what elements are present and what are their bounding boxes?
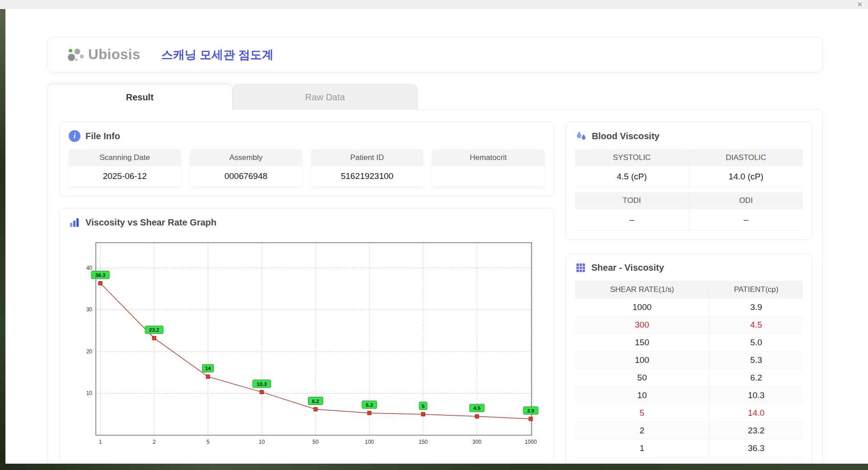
patient-viscosity-cell: 14.0 [709,404,803,422]
shear-table-row: 1010.3 [575,387,803,404]
chart-area: 102030401251050100150300100036.323.21410… [69,235,544,453]
odi-label: ODI [689,192,803,209]
file-info-fields: Scanning Date 2025-06-12 Assembly 000676… [69,149,544,187]
odi-value: – [689,209,803,230]
svg-text:50: 50 [312,439,319,445]
svg-text:5.3: 5.3 [366,402,373,408]
field-value: 2025-06-12 [69,166,181,187]
tab-result[interactable]: Result [47,84,232,110]
patient-viscosity-cell: 23.2 [709,422,803,440]
shear-rate-cell: 1000 [575,299,709,316]
file-info-card: i File Info Scanning Date 2025-06-12 Ass… [59,122,554,196]
svg-text:20: 20 [86,348,93,355]
shear-rate-cell: 5 [575,404,709,422]
info-icon: i [69,130,80,142]
field-scanning-date: Scanning Date 2025-06-12 [69,149,181,187]
patient-viscosity-cell: 10.3 [709,387,803,404]
blood-drop-icon [575,130,587,142]
shear-rate-cell: 300 [575,316,709,334]
svg-text:40: 40 [86,265,93,271]
patient-viscosity-cell: 5.0 [709,334,803,352]
svg-text:1000: 1000 [525,439,537,445]
shear-viscosity-card: Shear - Viscosity SHEAR RATE(1/s) PATIEN… [566,254,812,467]
svg-text:14: 14 [205,366,211,371]
svg-text:3.9: 3.9 [527,408,534,414]
shear-rate-cell: 10 [575,387,709,404]
svg-text:10: 10 [86,390,93,396]
field-patient-id: Patient ID 51621923100 [311,149,423,187]
field-value [432,166,544,186]
blood-viscosity-card: Blood Viscosity SYSTOLIC DIASTOLIC 4.5 (… [566,122,812,240]
column-header-patient: PATIENT(cp) [709,281,803,299]
svg-text:2: 2 [153,439,156,445]
field-value: 51621923100 [311,166,423,187]
svg-text:23.2: 23.2 [149,327,159,333]
logo-text: Ubiosis [88,47,140,63]
svg-text:6.2: 6.2 [312,399,319,404]
shear-table-row: 514.0 [575,404,803,422]
svg-text:1: 1 [99,439,102,445]
svg-text:4.5: 4.5 [473,405,481,411]
bar-chart-icon [69,216,80,228]
svg-text:150: 150 [419,439,428,445]
ubiosis-logo: Ubiosis [66,45,140,65]
patient-viscosity-cell: 3.9 [709,299,803,316]
shear-table-row: 1005.3 [575,352,803,369]
patient-viscosity-cell: 6.2 [709,369,803,387]
shear-table-row: 136.3 [575,440,803,457]
shear-table-row: 506.2 [575,369,803,387]
window-titlebar: ✕ [0,0,868,9]
svg-text:100: 100 [365,439,374,445]
app-header: Ubiosis 스캐닝 모세관 점도계 [47,37,823,72]
left-column: i File Info Scanning Date 2025-06-12 Ass… [59,122,554,467]
page-title: 스캐닝 모세관 점도계 [161,47,273,63]
column-header-shear-rate: SHEAR RATE(1/s) [575,281,709,299]
desktop-edge-left [0,9,5,464]
shear-viscosity-heading: Shear - Viscosity [591,263,664,273]
systolic-value: 4.5 (cP) [575,166,689,188]
tab-raw-data[interactable]: Raw Data [232,84,418,110]
shear-rate-cell: 50 [575,369,709,387]
svg-text:5: 5 [207,439,210,445]
field-label: Assembly [190,149,302,166]
todi-value: – [575,209,689,230]
field-value: 000676948 [190,166,302,187]
field-label: Scanning Date [69,149,181,166]
desktop-edge-bottom [0,464,868,470]
diastolic-label: DIASTOLIC [689,149,803,166]
systolic-label: SYSTOLIC [575,149,689,166]
svg-text:30: 30 [86,306,93,313]
file-info-heading: File Info [85,131,120,141]
shear-table-row: 1505.0 [575,334,803,352]
shear-rate-cell: 150 [575,334,709,352]
graph-heading: Viscosity vs Shear Rate Graph [85,217,217,228]
patient-viscosity-cell: 5.3 [709,352,803,369]
table-grid-icon [575,262,586,273]
todi-label: TODI [575,192,689,209]
svg-text:10: 10 [259,439,265,445]
diastolic-value: 14.0 (cP) [689,166,803,188]
viscosity-shear-chart: 102030401251050100150300100036.323.21410… [74,235,544,451]
field-assembly: Assembly 000676948 [190,149,302,187]
shear-rate-cell: 100 [575,352,709,369]
patient-viscosity-cell: 36.3 [709,440,803,457]
logo-leaf-icon [66,45,85,65]
svg-text:10.3: 10.3 [257,381,267,387]
svg-text:5: 5 [422,404,425,409]
shear-table-row: 10003.9 [575,299,803,316]
viscosity-graph-card: Viscosity vs Shear Rate Graph 1020304012… [59,208,554,463]
shear-rate-cell: 1 [575,440,709,457]
tab-bar: Result Raw Data [47,84,823,110]
shear-table-row: 223.2 [575,422,803,440]
svg-text:300: 300 [472,439,481,445]
close-icon[interactable]: ✕ [857,0,863,9]
blood-viscosity-heading: Blood Viscosity [592,131,660,141]
patient-viscosity-cell: 4.5 [709,316,803,334]
shear-viscosity-table: SHEAR RATE(1/s) PATIENT(cp) 10003.93004.… [575,281,803,457]
app-window: Ubiosis 스캐닝 모세관 점도계 Result Raw Data i Fi… [5,9,868,464]
shear-table-row: 3004.5 [575,316,803,334]
right-column: Blood Viscosity SYSTOLIC DIASTOLIC 4.5 (… [566,122,812,467]
field-label: Patient ID [311,149,423,166]
field-label: Hematocrit [432,149,544,166]
blood-viscosity-grid: SYSTOLIC DIASTOLIC 4.5 (cP) 14.0 (cP) TO… [575,149,803,230]
